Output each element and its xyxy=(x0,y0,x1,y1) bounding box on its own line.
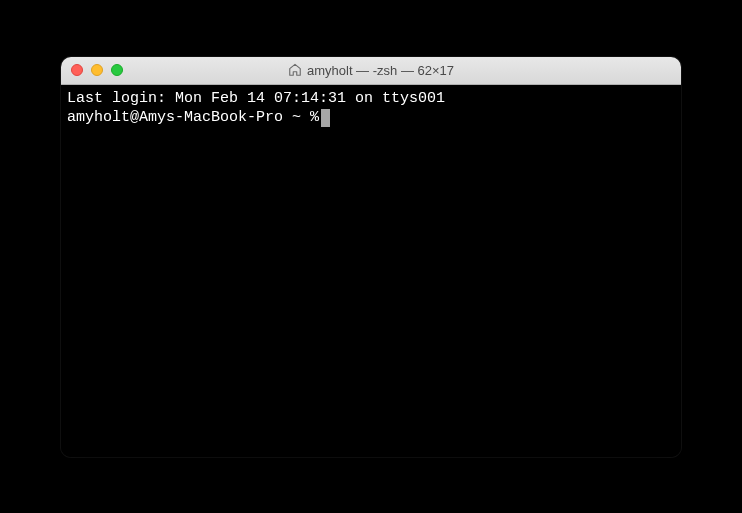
window-title-area: amyholt — -zsh — 62×17 xyxy=(61,63,681,78)
last-login-line: Last login: Mon Feb 14 07:14:31 on ttys0… xyxy=(67,89,675,109)
minimize-button[interactable] xyxy=(91,64,103,76)
home-icon xyxy=(288,63,302,77)
zoom-button[interactable] xyxy=(111,64,123,76)
window-titlebar: amyholt — -zsh — 62×17 xyxy=(61,57,681,85)
shell-prompt: amyholt@Amys-MacBook-Pro ~ % xyxy=(67,108,319,128)
close-button[interactable] xyxy=(71,64,83,76)
terminal-body[interactable]: Last login: Mon Feb 14 07:14:31 on ttys0… xyxy=(61,85,681,457)
traffic-lights xyxy=(61,64,123,76)
prompt-line: amyholt@Amys-MacBook-Pro ~ % xyxy=(67,108,675,128)
terminal-window: amyholt — -zsh — 62×17 Last login: Mon F… xyxy=(61,57,681,457)
cursor xyxy=(321,109,330,127)
window-title: amyholt — -zsh — 62×17 xyxy=(307,63,454,78)
